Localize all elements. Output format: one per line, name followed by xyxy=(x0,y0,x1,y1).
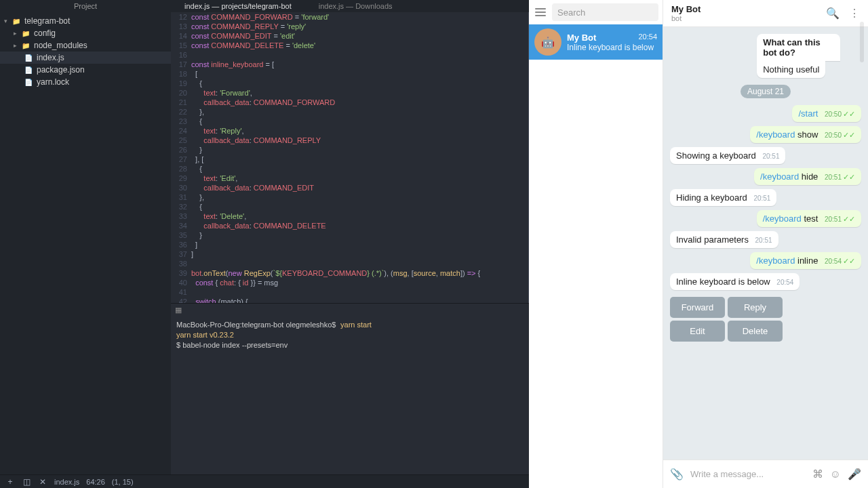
folder-icon: 📁 xyxy=(22,42,31,49)
mic-icon[interactable]: 🎤 xyxy=(848,468,861,481)
tree-folder-node-modules[interactable]: ▸📁node_modules xyxy=(0,39,171,52)
status-file: index.js xyxy=(54,478,79,486)
bot-intro-question: What can this bot do? xyxy=(757,34,840,61)
inline-button-reply[interactable]: Reply xyxy=(728,297,783,318)
file-icon: 📄 xyxy=(24,79,34,86)
file-icon: 📄 xyxy=(24,66,34,74)
pinned-card: What can this bot do? Nothing useful xyxy=(757,34,861,78)
split-icon[interactable]: ◫ xyxy=(22,477,31,487)
command-icon[interactable]: ⌘ xyxy=(812,468,823,481)
term-prompt: MacBook-Pro-Oleg:telegram-bot olegmelesh… xyxy=(176,321,336,329)
chat-title: My Bot xyxy=(671,4,701,14)
message-in[interactable]: Inline keyboard is below 20:54 xyxy=(670,273,800,290)
tree-folder-config[interactable]: ▸📁config xyxy=(0,27,171,39)
file-icon: 📄 xyxy=(24,54,34,62)
mini-scrollbar[interactable] xyxy=(860,22,864,62)
tree-file-yarn[interactable]: 📄yarn.lock xyxy=(0,76,171,88)
tree-label: yarn.lock xyxy=(37,77,69,87)
message-list[interactable]: What can this bot do? Nothing useful Aug… xyxy=(663,27,868,460)
tab-index-downloads[interactable]: index.js — Downloads xyxy=(305,0,406,12)
inline-button-delete[interactable]: Delete xyxy=(728,321,783,342)
tree-root[interactable]: ▾📁telegram-bot xyxy=(0,15,171,27)
message-out[interactable]: /keyboard test 20:51✓✓ xyxy=(757,210,861,227)
terminal-output[interactable]: MacBook-Pro-Oleg:telegram-bot olegmelesh… xyxy=(171,316,529,474)
status-bar: + ◫ ✕ index.js 64:26 (1, 15) xyxy=(0,474,529,488)
message-in[interactable]: Hiding a keyboard 20:51 xyxy=(670,189,776,206)
search-input[interactable]: Search xyxy=(552,3,658,21)
inline-keyboard: ForwardReplyEditDelete xyxy=(670,297,783,342)
close-icon[interactable]: ✕ xyxy=(38,477,47,487)
chat-subtitle: bot xyxy=(671,14,701,22)
code-editor[interactable]: 1213141516171819202122232425262728293031… xyxy=(171,12,529,303)
terminal-icon: ▦ xyxy=(175,306,182,314)
inline-button-forward[interactable]: Forward xyxy=(670,297,725,318)
emoji-icon[interactable]: ☺ xyxy=(830,468,841,481)
status-pos: (1, 15) xyxy=(112,478,134,486)
tree-label: config xyxy=(34,28,56,38)
line-gutter: 1213141516171819202122232425262728293031… xyxy=(171,12,191,303)
bot-intro-answer: Nothing useful xyxy=(757,61,825,78)
chevron-right-icon: ▸ xyxy=(14,30,19,37)
tree-root-label: telegram-bot xyxy=(24,16,70,26)
chat-time: 20:54 xyxy=(638,33,657,43)
date-separator: August 21 xyxy=(741,85,791,98)
tree-label: index.js xyxy=(37,53,64,62)
more-icon[interactable]: ⋮ xyxy=(849,7,860,20)
message-out[interactable]: /keyboard show 20:50✓✓ xyxy=(750,126,861,143)
message-out[interactable]: /keyboard inline 20:54✓✓ xyxy=(750,252,861,269)
chevron-right-icon: ▸ xyxy=(14,42,19,49)
code-content[interactable]: const COMMAND_FORWARD = 'forward'const C… xyxy=(191,12,529,303)
chat-name: My Bot xyxy=(567,33,596,43)
terminal-panel[interactable]: ▦ MacBook-Pro-Oleg:telegram-bot olegmele… xyxy=(171,303,529,474)
tree-label: package.json xyxy=(37,65,85,75)
term-line: yarn start v0.23.2 xyxy=(176,331,234,339)
chat-list-item[interactable]: 🤖 My Bot20:54 Inline keyboard is below xyxy=(529,24,663,60)
folder-icon: 📁 xyxy=(12,18,22,25)
status-ratio: 64:26 xyxy=(86,478,105,486)
chat-preview: Inline keyboard is below xyxy=(567,43,657,52)
message-in[interactable]: Invalid parameters 20:51 xyxy=(670,231,778,248)
message-in[interactable]: Showing a keyboard 20:51 xyxy=(670,147,785,164)
folder-icon: 📁 xyxy=(22,30,31,37)
message-input[interactable] xyxy=(690,469,806,479)
menu-icon[interactable] xyxy=(533,5,548,20)
tree-file-package[interactable]: 📄package.json xyxy=(0,64,171,76)
plus-icon[interactable]: + xyxy=(5,477,15,487)
message-out[interactable]: /start 20:50✓✓ xyxy=(792,105,861,122)
tab-index-projects[interactable]: index.js — projects/telegram-bot xyxy=(171,0,305,12)
tree-label: node_modules xyxy=(34,41,87,50)
attach-icon[interactable]: 📎 xyxy=(670,468,684,481)
term-command: yarn start xyxy=(340,321,372,329)
term-line: $ babel-node index --presets=env xyxy=(176,341,288,349)
inline-button-edit[interactable]: Edit xyxy=(670,321,725,342)
tree-file-index[interactable]: 📄index.js xyxy=(0,52,171,64)
project-label: Project xyxy=(0,2,171,10)
message-out[interactable]: /keyboard hide 20:51✓✓ xyxy=(754,168,861,185)
project-tree: ▾📁telegram-bot ▸📁config ▸📁node_modules 📄… xyxy=(0,12,171,474)
chevron-down-icon: ▾ xyxy=(4,18,9,24)
avatar: 🤖 xyxy=(534,28,561,56)
search-icon[interactable]: 🔍 xyxy=(826,7,840,20)
